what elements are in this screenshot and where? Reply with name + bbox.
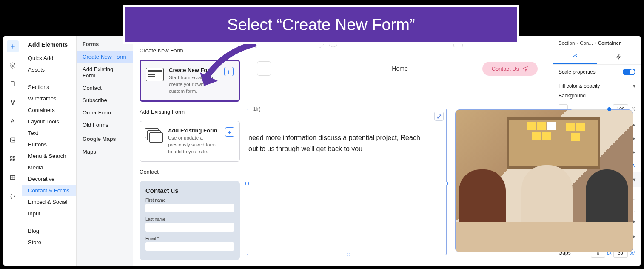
body-paragraph[interactable]: need more information discuss a potentia… xyxy=(248,132,431,154)
preview-field xyxy=(145,223,234,232)
interactions-tab[interactable] xyxy=(597,50,641,64)
rail-connect-icon[interactable] xyxy=(7,97,19,109)
svg-rect-4 xyxy=(10,138,15,142)
rail-code-icon[interactable] xyxy=(7,190,19,202)
svg-rect-0 xyxy=(11,82,14,86)
forms-stack-icon xyxy=(145,128,163,143)
add-elements-title: Add Elements xyxy=(22,41,76,52)
subitem-old-forms[interactable]: Old Forms xyxy=(77,119,133,131)
editor-canvas[interactable]: Search... ? ✕ ⋯ Home Contact Us , 1fr) ⤢… xyxy=(247,36,553,266)
preview-field-label: First name xyxy=(145,198,165,203)
left-rail xyxy=(3,36,22,266)
contact-us-button[interactable]: Contact Us xyxy=(482,62,538,76)
card-desc: Use or update a previously saved form to… xyxy=(168,134,220,155)
category-blog[interactable]: Blog xyxy=(22,225,76,237)
preview-field xyxy=(145,204,234,212)
subitem-contact[interactable]: Contact xyxy=(77,82,133,94)
categories-column: Add Elements Quick AddAssetsSectionsWire… xyxy=(22,36,77,266)
annotation-banner: Select “Create New Form” xyxy=(123,5,519,44)
scale-label: Scale properties xyxy=(559,69,596,75)
subitem-subscribe[interactable]: Subscribe xyxy=(77,94,133,106)
breadcrumb[interactable]: Section› Con...› Container xyxy=(553,36,641,50)
opacity-slider[interactable] xyxy=(571,109,610,110)
category-wireframes[interactable]: Wireframes xyxy=(22,93,76,104)
fill-label: Fill color & opacity xyxy=(559,83,600,89)
category-text[interactable]: Text xyxy=(22,127,76,139)
card-title: Add Existing Form xyxy=(168,127,220,134)
crumb-1[interactable]: Section xyxy=(559,40,575,46)
subitem-maps[interactable]: Maps xyxy=(77,146,133,158)
annotation-text: Select “Create New Form” xyxy=(227,16,415,34)
rail-table-icon[interactable] xyxy=(7,172,19,183)
rail-typography-icon[interactable] xyxy=(7,115,19,127)
category-menu-search[interactable]: Menu & Search xyxy=(22,150,76,162)
opacity-unit: % xyxy=(632,107,635,112)
element-card-add-existing-form[interactable]: Add Existing FormUse or update a previou… xyxy=(140,121,240,161)
background-label: Background xyxy=(559,93,586,99)
category-decorative[interactable]: Decorative xyxy=(22,173,76,185)
category-layout-tools[interactable]: Layout Tools xyxy=(22,116,76,127)
subitem-create-new-form[interactable]: Create New Form xyxy=(77,51,133,63)
subitem-order-form[interactable]: Order Form xyxy=(77,106,133,119)
form-thumb-icon xyxy=(146,68,164,81)
active-page-label[interactable]: Home xyxy=(392,65,407,72)
app-shell: Add Elements Quick AddAssetsSectionsWire… xyxy=(3,36,641,266)
hero-image[interactable] xyxy=(455,109,633,252)
svg-rect-8 xyxy=(13,159,15,161)
rail-apps-icon[interactable] xyxy=(7,153,19,165)
preview-field-label: Email * xyxy=(145,236,159,241)
add-element-button[interactable]: + xyxy=(225,127,234,137)
svg-point-3 xyxy=(12,103,13,105)
annotation-arrow xyxy=(197,39,265,90)
design-tab[interactable] xyxy=(553,50,597,64)
expand-icon[interactable]: ⤢ xyxy=(434,112,444,121)
rail-page-icon[interactable] xyxy=(7,78,19,90)
category-contact-forms[interactable]: Contact & Forms xyxy=(22,185,76,196)
selected-container[interactable]: ⤢ xyxy=(247,109,447,255)
background-row: Background xyxy=(553,93,641,103)
rail-add-icon[interactable] xyxy=(7,40,19,52)
fill-row[interactable]: Fill color & opacity ▾ xyxy=(553,79,641,93)
scale-toggle[interactable] xyxy=(623,69,635,75)
svg-rect-5 xyxy=(10,157,12,158)
subcategories-column: FormsCreate New FormAdd Existing FormCon… xyxy=(77,36,133,266)
rows-caret[interactable]: ▸ xyxy=(633,233,635,240)
category-sections[interactable]: Sections xyxy=(22,81,76,93)
section-heading: Add Existing Form xyxy=(140,109,240,115)
crumb-3[interactable]: Container xyxy=(598,40,621,46)
category-media[interactable]: Media xyxy=(22,162,76,173)
rail-layers-icon[interactable] xyxy=(7,59,19,71)
scale-properties-row: Scale properties xyxy=(553,65,641,79)
preview-title: Contact us xyxy=(145,187,234,194)
svg-rect-9 xyxy=(10,175,15,179)
inspector-tabs xyxy=(553,50,641,65)
category-store[interactable]: Store xyxy=(22,237,76,248)
category-input[interactable]: Input xyxy=(22,208,76,219)
crumb-2[interactable]: Con... xyxy=(580,40,593,46)
section-heading: Contact xyxy=(140,169,240,175)
cta-label: Contact Us xyxy=(492,66,519,72)
divider xyxy=(247,84,553,84)
subitem-add-existing-form[interactable]: Add Existing Form xyxy=(77,63,133,82)
preview-field xyxy=(145,242,234,251)
preview-field-label: Last name xyxy=(145,217,165,222)
category-embed-social[interactable]: Embed & Social xyxy=(22,196,76,208)
svg-rect-7 xyxy=(10,159,12,161)
category-quick-add[interactable]: Quick Add xyxy=(22,52,76,64)
category-containers[interactable]: Containers xyxy=(22,104,76,116)
category-assets[interactable]: Assets xyxy=(22,64,76,75)
subgroup-google-maps: Google Maps xyxy=(77,131,133,146)
site-header: ⋯ Home Contact Us xyxy=(247,58,553,79)
rail-image-icon[interactable] xyxy=(7,134,19,146)
category-buttons[interactable]: Buttons xyxy=(22,139,76,150)
contact-form-preview[interactable]: Contact usFirst nameLast nameEmail * xyxy=(140,181,240,260)
columns-caret[interactable]: ▸ xyxy=(633,218,635,226)
svg-rect-6 xyxy=(13,157,15,158)
